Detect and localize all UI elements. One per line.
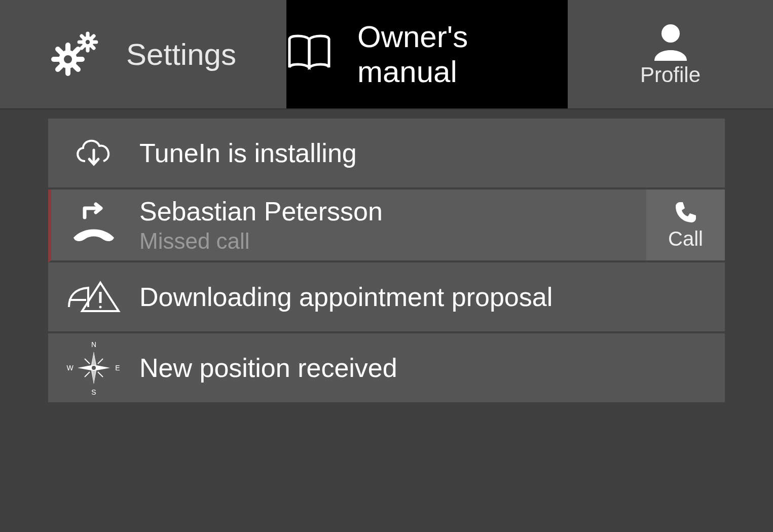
tab-settings-label: Settings	[126, 37, 236, 72]
svg-line-6	[75, 49, 78, 53]
notification-item-appointment[interactable]: Downloading appointment proposal	[48, 262, 725, 333]
car-warning-icon	[63, 277, 124, 317]
notification-item-position[interactable]: N S W E	[48, 333, 725, 404]
svg-line-14	[82, 36, 84, 38]
svg-point-35	[91, 365, 96, 370]
tab-profile-label: Profile	[640, 63, 701, 87]
notification-title: New position received	[139, 353, 725, 383]
svg-text:W: W	[66, 364, 73, 372]
svg-text:E: E	[115, 364, 120, 372]
svg-line-31	[85, 359, 90, 364]
notification-item-missed-call[interactable]: Sebastian Petersson Missed call Call	[48, 189, 725, 262]
svg-line-16	[82, 46, 84, 48]
tab-owners-manual[interactable]: Owner's manual	[286, 0, 568, 108]
notification-text: TuneIn is installing	[124, 138, 725, 168]
svg-marker-29	[92, 352, 96, 366]
notification-text: Sebastian Petersson Missed call	[124, 196, 646, 254]
svg-line-32	[98, 359, 103, 364]
top-bar: Settings Owner's manual Profile	[0, 0, 773, 109]
notification-subtitle: Missed call	[139, 229, 646, 254]
tab-settings[interactable]: Settings	[0, 0, 286, 108]
svg-line-8	[75, 66, 78, 69]
svg-line-33	[85, 372, 90, 377]
svg-text:S: S	[91, 388, 96, 396]
call-button-label: Call	[668, 227, 703, 250]
book-icon	[286, 34, 332, 74]
notification-title: TuneIn is installing	[139, 138, 725, 168]
missed-call-icon	[63, 202, 124, 248]
profile-icon	[650, 21, 691, 62]
notification-text: Downloading appointment proposal	[124, 282, 725, 312]
call-button[interactable]: Call	[646, 189, 725, 260]
notification-text: New position received	[124, 353, 725, 383]
svg-line-15	[92, 36, 94, 38]
tab-profile[interactable]: Profile	[568, 0, 773, 108]
svg-point-22	[99, 306, 102, 309]
svg-marker-30	[92, 370, 96, 384]
phone-icon	[674, 200, 698, 224]
svg-text:N: N	[91, 340, 96, 349]
gears-icon	[50, 29, 101, 80]
tab-owners-manual-label: Owner's manual	[357, 19, 568, 89]
svg-line-34	[98, 372, 103, 377]
svg-point-0	[61, 53, 75, 66]
svg-line-7	[58, 66, 61, 69]
svg-line-17	[92, 46, 94, 48]
svg-line-5	[58, 49, 61, 53]
compass-icon: N S W E	[63, 340, 124, 396]
cloud-download-icon	[63, 133, 124, 173]
svg-point-18	[661, 24, 680, 43]
notification-list: TuneIn is installing Sebastian Petersson…	[0, 109, 773, 404]
notification-title: Downloading appointment proposal	[139, 282, 725, 312]
notification-item-install[interactable]: TuneIn is installing	[48, 119, 725, 189]
notification-title: Sebastian Petersson	[139, 196, 646, 226]
